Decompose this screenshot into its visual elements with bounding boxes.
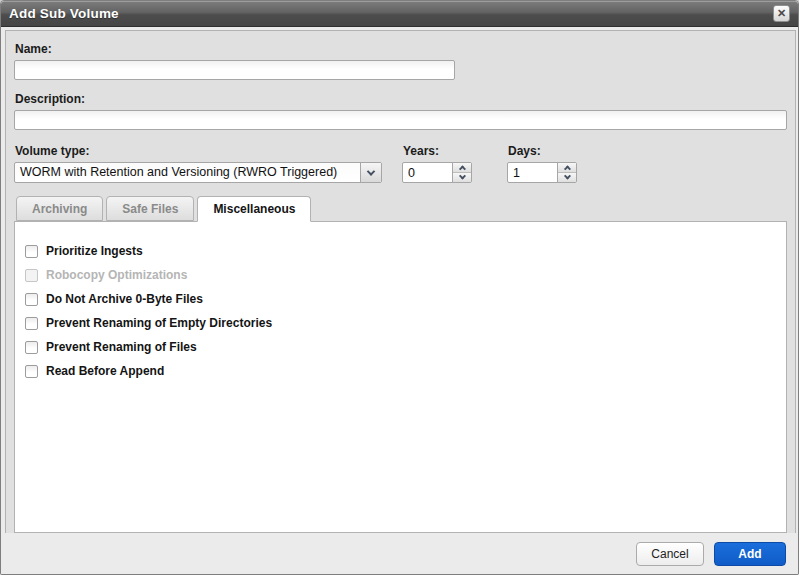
- prevent-renaming-empty-directories-checkbox[interactable]: [25, 317, 38, 330]
- checkbox-label: Read Before Append: [46, 364, 164, 378]
- days-spin-buttons: [557, 163, 576, 182]
- description-label: Description:: [15, 92, 787, 106]
- years-input[interactable]: [403, 164, 449, 183]
- tab-safe-files[interactable]: Safe Files: [106, 196, 194, 221]
- years-spin-buttons: [452, 163, 471, 182]
- add-sub-volume-dialog: Add Sub Volume ✕ Name: Description: Volu…: [0, 0, 799, 575]
- volume-type-select[interactable]: WORM with Retention and Versioning (RWRO…: [14, 162, 382, 183]
- dialog-content: Name: Description: Volume type: WORM wit…: [5, 30, 796, 534]
- tab-archiving[interactable]: Archiving: [16, 196, 103, 221]
- volume-type-dropdown-button[interactable]: [360, 163, 381, 182]
- prevent-renaming-files-checkbox[interactable]: [25, 341, 38, 354]
- days-label: Days:: [508, 144, 577, 158]
- dialog-titlebar: Add Sub Volume ✕: [1, 1, 798, 27]
- checkbox-label: Do Not Archive 0-Byte Files: [46, 292, 203, 306]
- do-not-archive-0-byte-files-checkbox[interactable]: [25, 293, 38, 306]
- checkbox-row-do-not-archive-0-byte-files: Do Not Archive 0-Byte Files: [25, 287, 776, 311]
- tab-panel-miscellaneous: Prioritize Ingests Robocopy Optimization…: [14, 221, 787, 533]
- close-button[interactable]: ✕: [773, 5, 790, 22]
- checkbox-row-robocopy-optimizations: Robocopy Optimizations: [25, 263, 776, 287]
- volume-type-label: Volume type:: [15, 144, 382, 158]
- checkbox-label: Prevent Renaming of Empty Directories: [46, 316, 272, 330]
- read-before-append-checkbox[interactable]: [25, 365, 38, 378]
- chevron-down-icon: [367, 167, 375, 175]
- chevron-down-icon: [563, 173, 570, 180]
- add-button[interactable]: Add: [714, 542, 786, 566]
- dialog-title: Add Sub Volume: [9, 6, 119, 21]
- volume-type-row: Volume type: WORM with Retention and Ver…: [14, 141, 787, 183]
- checkbox-row-read-before-append: Read Before Append: [25, 359, 776, 383]
- years-label: Years:: [403, 144, 472, 158]
- checkbox-row-prioritize-ingests: Prioritize Ingests: [25, 239, 776, 263]
- prioritize-ingests-checkbox[interactable]: [25, 245, 38, 258]
- checkbox-row-prevent-renaming-files: Prevent Renaming of Files: [25, 335, 776, 359]
- checkbox-label: Robocopy Optimizations: [46, 268, 187, 282]
- years-spinner: [402, 162, 472, 183]
- chevron-down-icon: [458, 173, 465, 180]
- name-label: Name:: [15, 42, 787, 56]
- years-decrement-button[interactable]: [453, 173, 471, 182]
- days-input[interactable]: [508, 164, 554, 183]
- volume-type-selected-value: WORM with Retention and Versioning (RWRO…: [20, 165, 337, 179]
- checkbox-label: Prioritize Ingests: [46, 244, 143, 258]
- days-spinner: [507, 162, 577, 183]
- days-decrement-button[interactable]: [558, 173, 576, 182]
- robocopy-optimizations-checkbox: [25, 269, 38, 282]
- cancel-button[interactable]: Cancel: [636, 542, 704, 566]
- checkbox-label: Prevent Renaming of Files: [46, 340, 197, 354]
- description-input[interactable]: [14, 110, 787, 130]
- dialog-footer: Cancel Add: [1, 533, 798, 574]
- close-icon: ✕: [777, 8, 786, 19]
- checkbox-row-prevent-renaming-empty-directories: Prevent Renaming of Empty Directories: [25, 311, 776, 335]
- name-input[interactable]: [14, 60, 455, 80]
- tab-strip: Archiving Safe Files Miscellaneous: [14, 196, 787, 221]
- tab-miscellaneous[interactable]: Miscellaneous: [197, 196, 311, 222]
